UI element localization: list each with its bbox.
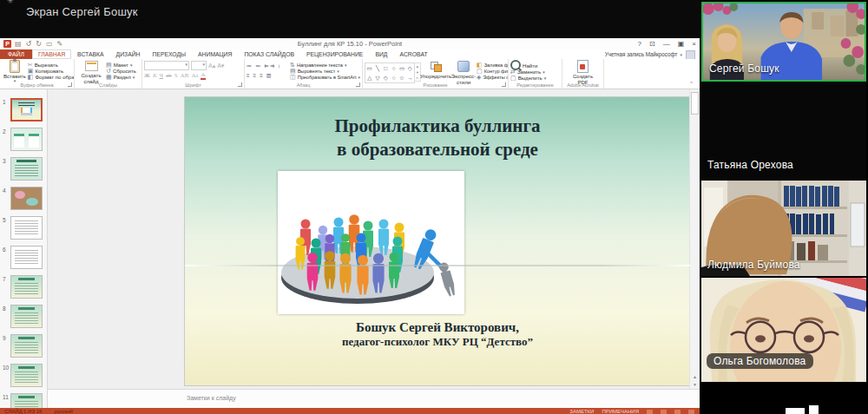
video-tile-olga[interactable]: Ольга Богомолова [701, 278, 866, 382]
tab-view[interactable]: ВИД [369, 49, 393, 59]
font-size-select[interactable] [191, 61, 207, 70]
slide-10-preview[interactable] [10, 364, 43, 387]
quick-styles-button[interactable]: Экспресс-стили [450, 61, 477, 82]
format-painter-button[interactable]: ◧ Формат по образцу [28, 74, 75, 80]
paste-button[interactable]: Вставить ▾ [2, 61, 28, 82]
thumbnail-item-11[interactable]: 11 [0, 393, 47, 408]
dialog-launcher-icon[interactable] [502, 82, 506, 87]
cut-button[interactable]: ✂ Вырезать [28, 62, 75, 68]
shape-fill-button[interactable]: ◧ Заливка фигуры ▾ [477, 62, 509, 68]
shape-icon[interactable]: □ [384, 65, 387, 71]
shape-icon[interactable]: ╲ [376, 65, 379, 72]
slide-thumbnail-panel[interactable]: 1 2 3 4 5 [0, 89, 48, 408]
find-button[interactable]: Найти [510, 62, 546, 69]
shape-outline-button[interactable]: ▢ Контур фигуры ▾ [477, 68, 509, 74]
tab-slideshow[interactable]: ПОКАЗ СЛАЙДОВ [238, 49, 300, 59]
next-slide-button[interactable]: ▼ [693, 382, 697, 387]
help-button[interactable]: ? [638, 40, 641, 48]
shape-icon[interactable]: △ [367, 75, 372, 82]
italic-button[interactable]: К [153, 72, 157, 79]
previous-slide-button[interactable]: ▲ [693, 374, 697, 379]
slide-7-preview[interactable] [10, 275, 43, 299]
shapes-gallery[interactable]: ▭ ╲ □ ○ ▭ ◇ △ ▽ ◇ ○ ☆ → [365, 61, 421, 82]
list-buttons-row[interactable]: ≔ ≕ ⇇ ⇉ ↕ [247, 62, 290, 69]
shape-icon[interactable]: ◇ [408, 65, 412, 72]
slide-canvas-area[interactable]: Профилактика буллинга в образовательной … [48, 89, 700, 389]
shape-icon[interactable]: → [407, 75, 413, 81]
reset-button[interactable]: ↺ Сбросить [106, 68, 136, 74]
tab-transitions[interactable]: ПЕРЕХОДЫ [147, 49, 193, 59]
shape-icon[interactable]: ○ [392, 75, 396, 81]
select-button[interactable]: ▢ Выделить ▾ [510, 75, 546, 81]
change-case-button[interactable]: Аа [191, 72, 198, 79]
new-slide-button[interactable]: Создать слайд [76, 61, 106, 82]
slide-2-preview[interactable] [10, 128, 43, 151]
vertical-scrollbar[interactable]: ▲ ▼ [689, 89, 700, 389]
smartart-button[interactable]: ◫ Преобразовать в SmartArt ▾ [290, 74, 360, 80]
thumbnail-item-7[interactable]: 7 [0, 275, 47, 301]
font-color-button[interactable]: А [201, 71, 205, 80]
account-label[interactable]: Учетная запись Майкрософт ▾ [605, 49, 682, 59]
minimize-button[interactable]: — [663, 40, 670, 48]
slide-4-preview[interactable] [10, 187, 43, 210]
thumbnail-item-9[interactable]: 9 [0, 334, 47, 360]
dialog-launcher-icon[interactable] [356, 82, 360, 87]
slide-title[interactable]: Профилактика буллинга в образовательной … [185, 115, 690, 162]
slide-9-preview[interactable] [10, 334, 43, 358]
ribbon-display-button[interactable]: ⊡ [649, 40, 655, 48]
restore-button[interactable]: ▣ [678, 40, 685, 48]
tab-acrobat[interactable]: ACROBAT [393, 49, 433, 59]
shape-effects-button[interactable]: ◈ Эффекты фигуры ▾ [477, 74, 509, 80]
shape-icon[interactable]: ▽ [375, 75, 379, 82]
slide-11-preview[interactable] [10, 393, 43, 408]
tab-home[interactable]: ГЛАВНАЯ [32, 49, 71, 59]
dialog-launcher-icon[interactable] [68, 82, 72, 87]
reading-view-icon[interactable] [674, 410, 681, 414]
align-text-button[interactable]: ▤ Выровнять текст ▾ [290, 68, 360, 74]
tab-animations[interactable]: АНИМАЦИЯ [192, 49, 238, 59]
thumbnail-item-2[interactable]: 2 [0, 128, 47, 154]
shrink-font-icon[interactable]: А▾ [217, 62, 224, 69]
normal-view-icon[interactable] [647, 410, 653, 414]
notes-toggle-button[interactable]: ЗАМЕТКИ [569, 409, 594, 414]
slide-8-preview[interactable] [10, 305, 43, 328]
tab-insert[interactable]: ВСТАВКА [71, 49, 109, 59]
inclusion-clipart-image[interactable] [278, 171, 464, 314]
slideshow-view-icon[interactable] [688, 410, 694, 414]
slide-6-preview[interactable] [10, 246, 43, 269]
video-tile-tatyana[interactable]: Татьяна Орехова [701, 83, 866, 179]
arrange-button[interactable]: Упорядочить [421, 61, 450, 82]
dialog-launcher-icon[interactable] [238, 82, 242, 87]
close-button[interactable]: × [692, 40, 696, 48]
layout-button[interactable]: ▤ Макет ▾ [106, 62, 136, 68]
scrollbar-thumb[interactable] [691, 92, 699, 115]
slide-1-preview[interactable] [10, 98, 43, 122]
strikethrough-button[interactable]: ab [166, 72, 172, 79]
titlebar[interactable]: P ▤ ↺ ↻ ▭ ✎ Буллинг для КР 15.10 - Power… [0, 38, 700, 49]
tab-file[interactable]: ФАЙЛ [0, 49, 32, 59]
thumbnail-item-3[interactable]: 3 [0, 157, 47, 183]
slide-5-preview[interactable] [10, 216, 43, 240]
thumbnail-item-10[interactable]: 10 [0, 364, 47, 390]
tab-design[interactable]: ДИЗАЙН [110, 49, 147, 59]
collapse-ribbon-icon[interactable]: ^ [690, 81, 693, 86]
tab-review[interactable]: РЕЦЕНЗИРОВАНИЕ [300, 49, 369, 59]
text-shadow-button[interactable]: S [174, 72, 178, 79]
notes-pane[interactable]: Заметки к слайду [48, 389, 700, 409]
language-indicator[interactable]: русский [54, 409, 73, 414]
thumbnail-item-5[interactable]: 5 [0, 216, 47, 242]
copy-button[interactable]: ▣ Копировать [28, 68, 75, 74]
slide-3-preview[interactable] [10, 157, 43, 181]
create-pdf-button[interactable]: Создать PDF [569, 61, 598, 82]
section-button[interactable]: ▦ Раздел ▾ [106, 74, 136, 80]
shape-icon[interactable]: ▭ [367, 65, 372, 72]
underline-button[interactable]: Ч [160, 72, 164, 79]
text-direction-button[interactable]: ⇅ Направление текста ▾ [290, 62, 360, 68]
bold-button[interactable]: Ж [144, 72, 150, 79]
shape-icon[interactable]: ▭ [399, 65, 404, 72]
thumbnail-item-8[interactable]: 8 [0, 305, 47, 331]
character-spacing-button[interactable]: АВ [181, 72, 189, 79]
comments-toggle-button[interactable]: ПРИМЕЧАНИЯ [602, 409, 639, 414]
thumbnail-item-6[interactable]: 6 [0, 246, 47, 272]
shape-icon[interactable]: ☆ [399, 75, 404, 82]
